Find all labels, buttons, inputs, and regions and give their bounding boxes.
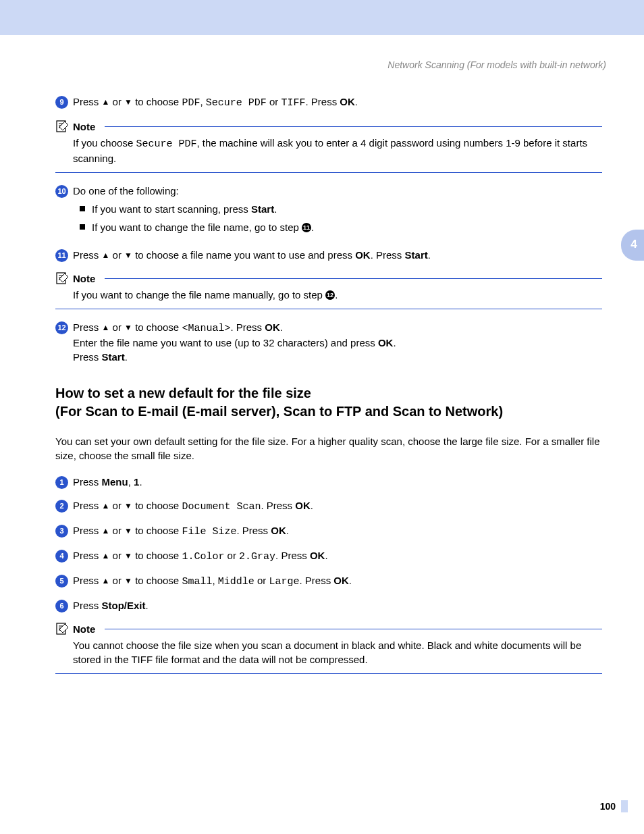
section-intro: You can set your own default setting for… <box>55 434 602 463</box>
up-arrow-icon: ▲ <box>102 501 110 511</box>
text: Press <box>73 525 102 536</box>
option-file-size: File Size <box>182 526 236 538</box>
text: Press <box>73 476 102 488</box>
step-11-bullet: 11 <box>55 249 68 262</box>
step-2: 2 Press ▲ or ▼ to choose Document Scan. … <box>55 498 602 514</box>
text: Press <box>73 500 102 511</box>
text: . Press <box>299 575 333 586</box>
text: . <box>311 500 313 511</box>
text: or <box>109 575 124 586</box>
down-arrow-icon: ▼ <box>124 501 132 511</box>
note-divider <box>55 673 602 674</box>
text: . <box>146 600 149 611</box>
note-3: Note You cannot choose the file size whe… <box>55 622 602 674</box>
text: to choose <box>132 321 182 333</box>
step-1-bullet: 1 <box>55 476 68 489</box>
text: . Press <box>230 321 265 333</box>
text: or <box>254 575 269 586</box>
step-10: 10 Do one of the following: If you want … <box>55 184 602 238</box>
text: . <box>274 203 277 215</box>
text: Press <box>73 550 102 561</box>
option-tiff: TIFF <box>281 97 305 109</box>
step-1: 1 Press Menu, 1. <box>55 475 602 489</box>
section-heading: How to set a new default for the file si… <box>55 384 602 421</box>
square-bullet-icon <box>80 224 85 230</box>
step-12-body: Press ▲ or ▼ to choose <Manual>. Press O… <box>73 320 602 364</box>
text: If you want to start scanning, press <box>92 203 251 215</box>
key-ok: OK <box>265 321 280 333</box>
text: If you want to change the file name manu… <box>73 289 325 301</box>
text: . <box>355 96 358 107</box>
key-ok: OK <box>295 500 311 511</box>
step-4-bullet: 4 <box>55 550 68 563</box>
text: . <box>286 525 289 536</box>
step-6-body: Press Stop/Exit. <box>73 598 602 613</box>
text: . <box>311 221 314 233</box>
note-label: Note <box>73 623 95 635</box>
running-header: Network Scanning (For models with built-… <box>387 59 606 70</box>
key-menu: Menu <box>102 476 128 488</box>
note-icon <box>55 271 69 285</box>
down-arrow-icon: ▼ <box>124 323 132 332</box>
down-arrow-icon: ▼ <box>124 97 132 107</box>
step-12: 12 Press ▲ or ▼ to choose <Manual>. Pres… <box>55 320 602 364</box>
step-9-bullet: 9 <box>55 96 68 109</box>
step-3-body: Press ▲ or ▼ to choose File Size. Press … <box>73 523 602 539</box>
up-arrow-icon: ▲ <box>102 551 110 561</box>
text: Enter the file name you want to use (up … <box>73 337 378 348</box>
option-1-color: 1.Color <box>182 551 224 563</box>
text: . Press <box>261 500 295 511</box>
key-start: Start <box>251 203 274 215</box>
heading-line-2: (For Scan to E-mail (E-mail server), Sca… <box>55 404 503 419</box>
page-content: 9 Press ▲ or ▼ to choose PDF, Secure PDF… <box>55 95 602 685</box>
text: or <box>109 96 124 107</box>
text: or <box>109 525 124 536</box>
note-icon <box>55 622 69 635</box>
down-arrow-icon: ▼ <box>124 526 132 536</box>
text: or <box>224 550 239 561</box>
text: Press <box>73 351 102 363</box>
note-label: Note <box>73 273 95 284</box>
step-5: 5 Press ▲ or ▼ to choose Small, Middle o… <box>55 573 602 589</box>
option-middle: Middle <box>218 576 254 588</box>
step-9-body: Press ▲ or ▼ to choose PDF, Secure PDF o… <box>73 95 602 110</box>
key-stop-exit: Stop/Exit <box>102 600 146 611</box>
option-secure-pdf: Secure PDF <box>206 97 267 109</box>
option-small: Small <box>182 576 212 588</box>
note-1-body: If you choose Secure PDF, the machine wi… <box>73 136 602 165</box>
step-5-bullet: 5 <box>55 575 68 588</box>
chapter-tab: 4 <box>621 230 644 261</box>
step-4-body: Press ▲ or ▼ to choose 1.Color or 2.Gray… <box>73 548 602 564</box>
step-3: 3 Press ▲ or ▼ to choose File Size. Pres… <box>55 523 602 539</box>
key-ok: OK <box>333 575 349 586</box>
step-5-body: Press ▲ or ▼ to choose Small, Middle or … <box>73 573 602 589</box>
step-2-bullet: 2 <box>55 500 68 513</box>
key-start: Start <box>405 249 428 261</box>
text: to choose <box>132 550 182 561</box>
text: Press <box>73 249 102 261</box>
text: or <box>109 550 124 561</box>
step-6-bullet: 6 <box>55 600 68 613</box>
text: or <box>109 500 124 511</box>
note-3-body: You cannot choose the file size when you… <box>73 638 602 667</box>
up-arrow-icon: ▲ <box>102 526 110 536</box>
text: or <box>267 96 281 107</box>
option-secure-pdf: Secure PDF <box>136 138 196 150</box>
option-pdf: PDF <box>182 97 200 109</box>
text: , <box>200 96 205 107</box>
note-divider <box>105 278 602 279</box>
top-banner <box>0 0 644 35</box>
text: to choose a file name you want to use an… <box>132 249 355 261</box>
note-icon <box>55 120 69 133</box>
text: . Press <box>275 550 310 561</box>
note-divider <box>55 309 602 309</box>
key-ok: OK <box>310 550 325 561</box>
text: . <box>325 550 327 561</box>
text: to choose <box>132 575 182 586</box>
text: to choose <box>132 525 182 536</box>
step-9: 9 Press ▲ or ▼ to choose PDF, Secure PDF… <box>55 95 602 110</box>
note-1: Note If you choose Secure PDF, the machi… <box>55 120 602 173</box>
text: Press <box>73 600 102 611</box>
heading-line-1: How to set a new default for the file si… <box>55 386 311 400</box>
down-arrow-icon: ▼ <box>124 551 132 561</box>
